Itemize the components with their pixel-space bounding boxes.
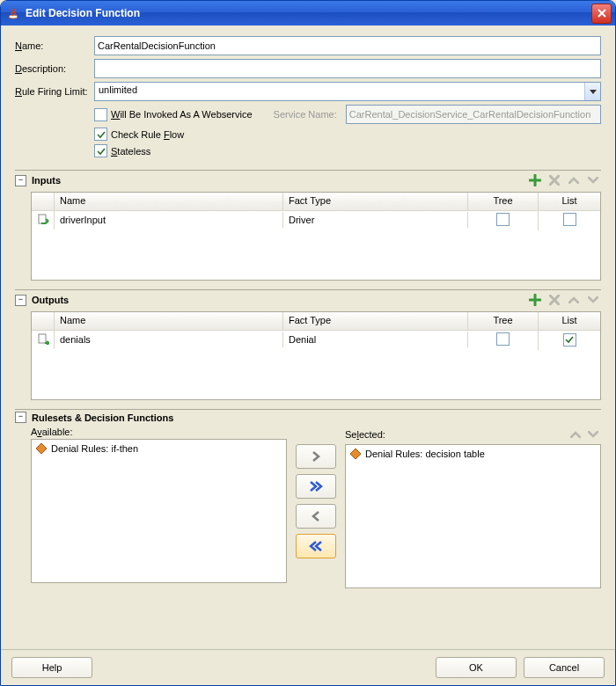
outputs-collapse-toggle[interactable]: − — [15, 295, 26, 306]
x-icon — [549, 175, 560, 186]
row-check-rule-flow: Check Rule Flow — [94, 128, 601, 141]
inputs-table-body: driverInput Driver — [32, 211, 600, 280]
list-item[interactable]: Denial Rules: if-then — [33, 442, 284, 456]
section-inputs: − Inputs — [15, 170, 601, 281]
row-description: Description: — [15, 59, 601, 78]
chevron-down-icon — [588, 177, 598, 184]
chevron-up-icon — [570, 431, 581, 438]
section-rulesets: − Rulesets & Decision Functions Availabl… — [15, 409, 601, 588]
move-all-right-button[interactable] — [296, 474, 336, 499]
dialog-content: Name: Description: Rule Firing Limit: un… — [1, 26, 615, 649]
ruleset-icon — [35, 442, 48, 455]
window-title: Edit Decision Function — [26, 7, 591, 19]
table-row[interactable]: denials Denial — [32, 331, 600, 348]
chevron-left-icon — [311, 511, 321, 522]
titlebar: Edit Decision Function — [1, 1, 615, 26]
inputs-collapse-toggle[interactable]: − — [15, 175, 26, 186]
move-right-button[interactable] — [296, 444, 336, 469]
check-rule-flow-checkbox[interactable] — [94, 128, 107, 141]
chevron-down-icon — [588, 431, 598, 438]
service-name-input — [346, 105, 601, 124]
rulesets-collapse-toggle[interactable]: − — [15, 412, 26, 423]
inputs-row-list-checkbox[interactable] — [563, 213, 576, 226]
outputs-row-tree-checkbox[interactable] — [496, 332, 510, 346]
outputs-move-down-button[interactable] — [585, 292, 601, 308]
ok-button[interactable]: OK — [436, 657, 517, 678]
row-webservice: Will Be Invoked As A Webservice Service … — [94, 105, 601, 124]
stateless-checkbox[interactable] — [94, 144, 107, 157]
rule-firing-limit-select[interactable]: unlimited — [94, 82, 601, 101]
check-icon — [97, 130, 106, 139]
description-label: Description: — [15, 63, 94, 74]
selected-column: Selected: — [345, 427, 601, 588]
outputs-add-button[interactable] — [527, 292, 543, 308]
check-icon — [565, 335, 574, 344]
selected-move-down-button[interactable] — [585, 427, 601, 442]
rule-firing-limit-label: Rule Firing Limit: — [15, 86, 94, 97]
table-row[interactable]: driverInput Driver — [32, 211, 600, 229]
inputs-delete-button[interactable] — [546, 172, 562, 188]
move-all-left-button[interactable] — [296, 534, 336, 558]
webservice-label: Will Be Invoked As A Webservice — [111, 109, 253, 120]
move-left-button[interactable] — [296, 504, 336, 529]
outputs-delete-button[interactable] — [546, 292, 562, 308]
section-outputs: − Outputs — [15, 289, 601, 400]
cancel-button[interactable]: Cancel — [524, 657, 605, 678]
outputs-col-list: List — [539, 312, 600, 330]
help-button[interactable]: Help — [11, 657, 92, 678]
close-icon — [598, 9, 606, 18]
rule-firing-limit-value: unlimited — [95, 83, 584, 100]
inputs-move-up-button[interactable] — [566, 172, 582, 188]
selected-move-up-button[interactable] — [568, 427, 583, 442]
service-name-label: Service Name: — [274, 109, 337, 120]
inputs-row-name: driverInput — [55, 212, 283, 228]
outputs-table-header: Name Fact Type Tree List — [32, 312, 600, 331]
selected-listbox[interactable]: Denial Rules: decision table — [345, 444, 601, 588]
description-input[interactable] — [94, 59, 601, 78]
chevron-down-icon — [590, 90, 597, 94]
outputs-table: Name Fact Type Tree List denials Denial — [31, 311, 601, 400]
available-item-label: Denial Rules: if-then — [51, 443, 138, 454]
output-row-icon — [37, 332, 49, 345]
plus-icon — [529, 294, 541, 306]
svg-rect-1 — [39, 215, 46, 223]
check-icon — [97, 147, 106, 156]
outputs-col-name: Name — [55, 312, 283, 330]
webservice-checkbox[interactable] — [94, 108, 107, 121]
name-label: Name: — [15, 40, 94, 51]
outputs-row-list-checkbox[interactable] — [563, 333, 576, 347]
plus-icon — [529, 174, 541, 186]
stateless-label: Stateless — [111, 146, 150, 157]
available-listbox[interactable]: Denial Rules: if-then — [31, 439, 287, 583]
inputs-col-fact: Fact Type — [283, 193, 468, 210]
inputs-row-tree-checkbox[interactable] — [496, 213, 510, 226]
double-chevron-left-icon — [309, 541, 323, 551]
list-item[interactable]: Denial Rules: decision table — [348, 447, 598, 461]
check-rule-flow-label: Check Rule Flow — [111, 129, 184, 140]
inputs-col-list: List — [539, 193, 600, 210]
outputs-move-up-button[interactable] — [566, 292, 582, 308]
window-close-button[interactable] — [591, 4, 612, 24]
inputs-add-button[interactable] — [527, 172, 543, 188]
java-cup-icon — [6, 6, 20, 20]
available-column: Available: Denial Rules: if-then — [31, 427, 287, 583]
name-input[interactable] — [94, 36, 601, 55]
outputs-title: Outputs — [32, 295, 527, 305]
input-row-icon — [37, 213, 49, 225]
inputs-col-name: Name — [55, 193, 283, 210]
inputs-row-fact: Driver — [283, 212, 468, 228]
row-name: Name: — [15, 36, 601, 55]
chevron-right-icon — [311, 451, 321, 462]
ruleset-icon — [349, 448, 362, 460]
inputs-table-header: Name Fact Type Tree List — [32, 193, 600, 211]
outputs-col-fact: Fact Type — [283, 312, 468, 330]
outputs-row-name: denials — [55, 332, 283, 347]
outputs-row-fact: Denial — [283, 332, 468, 347]
available-label: Available: — [31, 427, 73, 437]
dropdown-button[interactable] — [584, 83, 600, 100]
shuttle-buttons — [296, 427, 336, 558]
inputs-move-down-button[interactable] — [585, 172, 601, 188]
inputs-title: Inputs — [32, 175, 527, 186]
dialog-footer: Help OK Cancel — [1, 649, 615, 685]
row-rule-firing-limit: Rule Firing Limit: unlimited — [15, 82, 601, 101]
